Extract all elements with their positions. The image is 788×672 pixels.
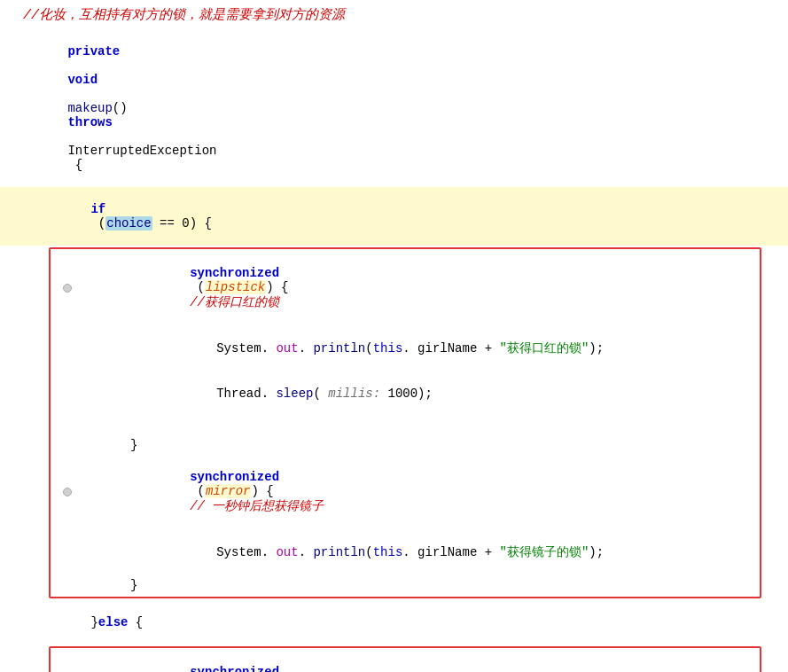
val1: 1000); [380,387,433,401]
dot1: . [261,341,269,356]
sync3-statement: synchronized (mirror) { //获得镜子的锁 [77,651,760,672]
c2: ) { [251,484,273,498]
close-brace1: } [77,438,760,452]
space4: ( [90,216,105,231]
kw-this1: this [373,341,403,356]
kw-void: void [67,73,98,87]
close-if: } [90,615,98,629]
kw-sync2: synchronized [190,470,279,484]
gutter-3 [58,284,77,293]
red-box-1: synchronized (lipstick) { //获得口红的锁 Syste… [49,247,761,598]
space2 [67,87,74,101]
p3: ( [365,545,372,559]
println2: println [306,545,365,559]
var-lipstick-1: lipstick [205,280,266,294]
sp2: ( [190,484,205,498]
thread-class1: Thread [216,387,261,401]
comment-text: //化妆，互相持有对方的锁，就是需要拿到对方的资源 [20,1,788,28]
if-statement: if (choice == 0) { [20,188,788,245]
paren1: () [113,101,135,115]
system-class2: System [216,545,261,559]
close-brace2: } [77,578,760,592]
thread-sleep1: Thread. sleep( millis: 1000); [77,372,760,415]
method-name: makeup [67,101,112,115]
str1: "获得口红的锁" [500,341,589,356]
end1: ); [589,341,604,356]
sp1: ( [190,280,205,294]
empty-line-1 [51,416,760,435]
kw-sync3: synchronized [190,665,279,672]
var-mirror-1: mirror [205,484,251,498]
c1: ) { [266,280,288,294]
kw-if: if [90,202,105,216]
close-brace2-line: } [51,575,760,595]
thread-sleep1-line: Thread. sleep( millis: 1000); [51,371,760,416]
var-choice: choice [105,216,152,231]
comment-lipstick: //获得口红的锁 [190,295,279,309]
method-declaration-line: private void makeup() throws Interrupted… [0,29,788,187]
p2: ( [313,387,328,401]
bp-dot-1 [63,284,72,293]
close-brace1-line: } [51,435,760,455]
str2: "获得镜子的锁" [500,545,589,559]
sync2-line: synchronized (mirror) { // 一秒钟后想获得镜子 [51,455,760,529]
sync1-line: synchronized (lipstick) { //获得口红的锁 [51,251,760,325]
dot4: . [261,387,269,401]
comment-mirror1: // 一秒钟后想获得镜子 [190,499,324,513]
kw-private: private [67,44,120,59]
code-container: //化妆，互相持有对方的锁，就是需要拿到对方的资源 private void m… [0,0,788,672]
exception-class: InterruptedException [67,144,216,158]
sync2-statement: synchronized (mirror) { // 一秒钟后想获得镜子 [77,456,760,528]
space3 [67,129,74,144]
sysout1-line: System. out. println(this. girlName + "获… [51,325,760,371]
d7: . [402,545,410,559]
dot2: . [299,341,306,356]
sysout2-line: System. out. println(this. girlName + "获… [51,529,760,575]
p1: ( [365,341,372,356]
out1: out [269,341,299,356]
d3: . [402,341,410,356]
sysout1: System. out. println(this. girlName + "获… [77,326,760,371]
system-class1: System [216,341,261,356]
out2: out [269,545,299,559]
comment-line: //化妆，互相持有对方的锁，就是需要拿到对方的资源 [0,0,788,29]
println1: println [306,341,365,356]
kw-this2: this [373,545,403,559]
bp-dot-2 [63,488,72,496]
dot5: . [261,545,269,559]
kw-sync1: synchronized [190,266,279,280]
if-line: if (choice == 0) { [0,187,788,246]
dot6: . [299,545,306,559]
kw-throws: throws [67,115,112,129]
empty-1 [77,418,760,433]
brace1: { [67,158,82,172]
space1 [67,59,74,73]
else-statement: }else { [20,601,788,644]
gutter-8 [58,488,77,496]
method-declaration: private void makeup() throws Interrupted… [20,30,788,186]
kw-else: else [98,615,129,629]
sysout2: System. out. println(this. girlName + "获… [77,530,760,574]
red-box-2: synchronized (mirror) { //获得镜子的锁 System.… [49,646,761,672]
end2: ); [589,545,604,559]
sleep1: sleep [269,387,313,401]
else-line: }else { [0,600,788,645]
else-brace: { [128,615,143,629]
sync3-line: synchronized (mirror) { //获得镜子的锁 [51,650,760,672]
sync1-statement: synchronized (lipstick) { //获得口红的锁 [77,252,760,324]
girlname1: girlName + [410,341,500,356]
girlname2: girlName + [410,545,500,559]
eq: == 0) { [152,216,212,231]
millis-label1: millis: [328,387,380,401]
